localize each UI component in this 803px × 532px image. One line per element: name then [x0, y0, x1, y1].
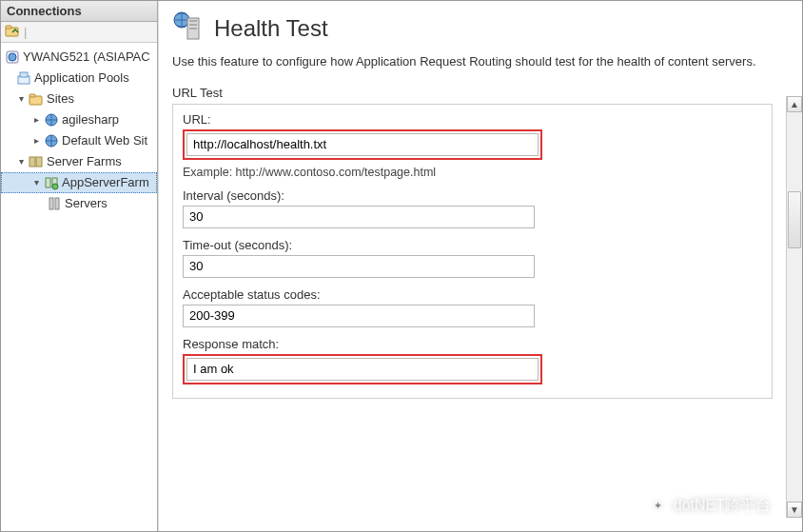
group-label-url-test: URL Test [172, 86, 773, 100]
scroll-up-button[interactable]: ▲ [787, 96, 802, 112]
connections-header: Connections [1, 1, 157, 22]
tree-node-sites[interactable]: ▾ Sites [1, 89, 157, 109]
svg-rect-10 [29, 157, 35, 167]
scroll-thumb[interactable] [788, 191, 801, 248]
scroll-down-button[interactable]: ▼ [787, 502, 802, 518]
expander-icon[interactable]: ▾ [31, 178, 42, 188]
toolbar-separator: | [24, 25, 27, 39]
timeout-input[interactable] [183, 255, 535, 278]
app-window: Connections | YWANG521 (ASIAPAC Applicat… [0, 0, 803, 532]
page-description: Use this feature to configure how Applic… [172, 53, 773, 70]
url-highlight [183, 129, 542, 160]
svg-point-3 [9, 53, 16, 61]
connections-toolbar: | [1, 22, 157, 43]
tree-label: Server Farms [47, 152, 122, 171]
globe-icon [44, 133, 59, 148]
farm-icon [44, 175, 59, 190]
tree-node-site[interactable]: ▸ Default Web Sit [1, 130, 157, 151]
tree-node-servers[interactable]: Servers [1, 193, 157, 214]
connections-title: Connections [7, 4, 82, 18]
connections-tree: YWANG521 (ASIAPAC Application Pools ▾ Si… [1, 43, 157, 218]
interval-input[interactable] [183, 206, 535, 228]
tree-label: Servers [65, 194, 108, 213]
url-example: Example: http://www.contoso.com/testpage… [183, 166, 762, 179]
url-test-group: URL: Example: http://www.contoso.com/tes… [172, 104, 773, 399]
folder-icon [29, 91, 44, 107]
svg-rect-1 [6, 26, 11, 29]
health-test-icon [172, 10, 205, 46]
tree-label: agilesharp [62, 110, 119, 129]
app-pools-icon [16, 70, 31, 86]
content-panel: Health Test Use this feature to configur… [158, 1, 802, 531]
expander-icon[interactable]: ▾ [16, 157, 27, 167]
tree-label: Default Web Sit [62, 131, 147, 150]
svg-rect-20 [189, 24, 197, 26]
response-match-input[interactable] [186, 358, 539, 381]
url-input[interactable] [186, 133, 539, 156]
folder-up-icon[interactable] [5, 23, 20, 41]
expander-icon[interactable]: ▸ [31, 115, 42, 126]
interval-label: Interval (seconds): [183, 188, 762, 203]
tree-node-site[interactable]: ▸ agilesharp [1, 109, 157, 130]
wechat-icon: ✦ [649, 497, 668, 516]
svg-rect-21 [189, 28, 197, 30]
vertical-scrollbar[interactable]: ▲ ▼ [786, 96, 802, 518]
page-title-row: Health Test [172, 10, 773, 46]
tree-node-root[interactable]: YWANG521 (ASIAPAC [1, 47, 157, 68]
response-match-label: Response match: [183, 337, 762, 351]
svg-rect-19 [189, 20, 197, 22]
svg-rect-15 [49, 198, 53, 209]
svg-rect-7 [29, 94, 35, 97]
server-icon [5, 49, 20, 65]
tree-label: Sites [47, 89, 74, 108]
expander-icon[interactable]: ▸ [31, 136, 42, 147]
tree-node-server-farms[interactable]: ▾ Server Farms [1, 151, 157, 172]
timeout-label: Time-out (seconds): [183, 238, 762, 252]
tree-label: YWANG521 (ASIAPAC [23, 48, 150, 67]
status-codes-input[interactable] [183, 305, 535, 327]
watermark: ✦ dotNET跨平台 [649, 496, 771, 516]
page-title: Health Test [214, 15, 328, 42]
svg-rect-11 [36, 157, 42, 167]
content-area: Health Test Use this feature to configur… [159, 1, 786, 531]
svg-point-14 [52, 184, 58, 189]
url-label: URL: [183, 112, 762, 127]
svg-rect-12 [46, 178, 50, 187]
response-highlight [183, 354, 542, 384]
server-farm-icon [29, 154, 44, 169]
watermark-text: dotNET跨平台 [674, 496, 771, 516]
tree-node-farm-selected[interactable]: ▾ AppServerFarm [1, 172, 157, 193]
svg-rect-16 [55, 198, 59, 209]
tree-node-app-pools[interactable]: Application Pools [1, 68, 157, 89]
tree-label: AppServerFarm [62, 173, 149, 192]
status-codes-label: Acceptable status codes: [183, 287, 762, 302]
expander-icon[interactable]: ▾ [16, 94, 27, 105]
connections-panel: Connections | YWANG521 (ASIAPAC Applicat… [1, 1, 158, 531]
servers-icon [47, 196, 62, 211]
tree-label: Application Pools [34, 69, 129, 88]
svg-rect-5 [20, 72, 28, 77]
globe-icon [44, 112, 59, 128]
